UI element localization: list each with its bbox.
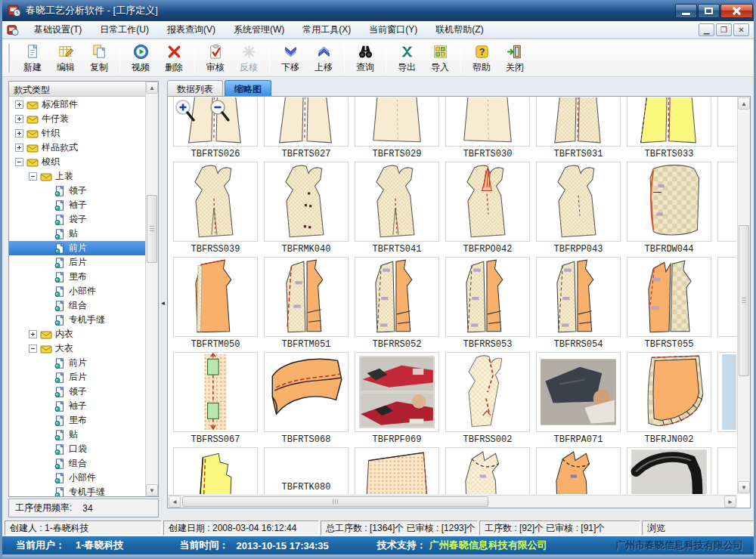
collapse-minus-icon[interactable]: [29, 344, 37, 353]
expand-plus-icon[interactable]: [29, 330, 37, 338]
video-button[interactable]: 视频: [124, 41, 157, 76]
tree-item-组合[interactable]: 组合: [9, 456, 145, 471]
tree-item-组合[interactable]: 组合: [9, 298, 145, 313]
help-button[interactable]: ?帮助: [465, 41, 498, 76]
menu-item-7[interactable]: 联机帮助(Z): [426, 21, 492, 39]
close-button[interactable]: [720, 4, 753, 18]
thumbnail-cell-TBFRTS068[interactable]: TBFRTS068: [264, 352, 349, 447]
scroll-right-icon[interactable]: ►: [724, 496, 736, 508]
mdi-minimize-button[interactable]: ▁: [699, 23, 714, 36]
thumbnail-cell[interactable]: [173, 447, 258, 494]
menu-item-6[interactable]: 当前窗口(Y): [360, 21, 426, 39]
tree-item-袖子[interactable]: 袖子: [9, 198, 145, 212]
tree-item-上装[interactable]: 上装: [9, 169, 145, 184]
expand-plus-icon[interactable]: [15, 100, 23, 109]
tree-item-贴[interactable]: 贴: [9, 428, 145, 442]
close-button[interactable]: 关闭: [498, 41, 531, 76]
tree-item-针织[interactable]: 针织: [9, 126, 145, 141]
tree-item-口袋[interactable]: 口袋: [9, 442, 145, 456]
thumbnail-cell-TBFRRS054[interactable]: TBFRRS054: [536, 257, 621, 352]
tree-item-后片[interactable]: 后片: [9, 255, 145, 270]
moveup-button[interactable]: 上移: [307, 41, 340, 76]
collapse-minus-icon[interactable]: [15, 158, 23, 166]
thumbnail-cell-TBFRTM051[interactable]: TBFRTM051: [264, 257, 349, 352]
mdi-close-button[interactable]: ✕: [733, 23, 749, 36]
tree-item-内衣[interactable]: 内衣: [9, 327, 145, 341]
minimize-button[interactable]: [675, 4, 697, 18]
mdi-restore-button[interactable]: ❐: [716, 23, 732, 36]
thumbnail-cell-TBFRTM050[interactable]: TBFRTM050: [173, 257, 258, 352]
thumbnail-cell[interactable]: [717, 352, 736, 447]
thumbnail-cell-TBFRTS029[interactable]: TBFRTS029: [355, 97, 439, 162]
tree-item-专机手缝[interactable]: 专机手缝: [9, 313, 145, 327]
new-button[interactable]: 新建: [16, 41, 49, 76]
tree-item-里布[interactable]: 里布: [9, 270, 145, 284]
thumbnail-cell-TBFRRS053[interactable]: TBFRRS053: [445, 257, 530, 352]
panel-splitter[interactable]: ◄: [159, 81, 167, 517]
thumbnail-cell[interactable]: [536, 447, 621, 494]
collapse-minus-icon[interactable]: [29, 172, 37, 181]
thumbnail-cell[interactable]: [355, 447, 439, 494]
tree-item-袖子[interactable]: 袖子: [9, 399, 145, 413]
vertical-scrollbar[interactable]: ▲ ▼: [737, 97, 750, 494]
tree-item-牛仔装[interactable]: 牛仔装: [9, 112, 145, 126]
edit-button[interactable]: 编辑: [49, 41, 82, 76]
horizontal-scrollbar[interactable]: ◄ ►: [168, 495, 737, 508]
horizontal-scroll-thumb[interactable]: [182, 496, 488, 507]
menu-item-3[interactable]: 报表查询(V): [158, 21, 225, 39]
audit-button[interactable]: 审核: [199, 41, 232, 76]
thumbnail-cell-TBFRTS030[interactable]: TBFRTS030: [445, 97, 530, 162]
thumbnail-cell-TBFRPP043[interactable]: TBFRPP043: [536, 162, 621, 257]
tree-item-专机手缝[interactable]: 专机手缝: [9, 485, 145, 496]
expand-plus-icon[interactable]: [15, 115, 23, 123]
menu-item-4[interactable]: 系统管理(W): [225, 21, 293, 39]
thumbnail-cell-TBFRTS033[interactable]: TBFRTS033: [627, 97, 711, 162]
tree-item-梭织[interactable]: 梭织: [9, 155, 145, 169]
tree-item-袋子[interactable]: 袋子: [9, 212, 145, 227]
collapse-left-icon[interactable]: ◄: [160, 293, 166, 313]
tree-scrollbar[interactable]: ▲ ▼: [145, 82, 158, 496]
search-button[interactable]: 查询: [349, 41, 382, 76]
thumbnail-cell-TBFRTS041[interactable]: TBFRTS041: [355, 162, 439, 257]
scroll-down-icon[interactable]: ▼: [146, 484, 158, 496]
delete-button[interactable]: 删除: [157, 41, 191, 76]
thumbnail-cell-TBFRDW044[interactable]: TBFRDW044: [627, 162, 711, 257]
zoom-out-icon[interactable]: [209, 99, 231, 123]
thumbnail-cell-TBFRJN002[interactable]: TBFRJN002: [627, 352, 711, 447]
tree-item-领子[interactable]: 领子: [9, 184, 145, 198]
expand-plus-icon[interactable]: [15, 144, 23, 152]
copy-button[interactable]: 复制: [82, 41, 116, 76]
scroll-left-icon[interactable]: ◄: [169, 496, 181, 508]
movedown-button[interactable]: 下移: [274, 41, 307, 76]
thumbnail-cell-TBFRRS052[interactable]: TBFRRS052: [355, 257, 439, 352]
tree-item-标准部件[interactable]: 标准部件: [9, 97, 145, 112]
thumbnail-cell-TBFRTK080[interactable]: TBFRTK080: [264, 447, 349, 494]
menu-item-5[interactable]: 常用工具(X): [293, 21, 360, 39]
thumbnail-cell-TBFRSS002[interactable]: TBFRSS002: [445, 352, 530, 447]
thumbnail-cell-TBFRPO042[interactable]: TBFRPO042: [445, 162, 530, 257]
tree-item-样品款式[interactable]: 样品款式: [9, 141, 145, 155]
tree-item-贴[interactable]: 贴: [9, 227, 145, 241]
menu-item-1[interactable]: 基础设置(T): [25, 21, 91, 39]
scroll-down-icon[interactable]: ▼: [738, 481, 750, 493]
tree-item-前片[interactable]: 前片: [9, 356, 145, 370]
thumbnail-cell[interactable]: [445, 447, 530, 494]
thumbnail-cell[interactable]: [627, 447, 711, 494]
scroll-up-icon[interactable]: ▲: [146, 82, 158, 94]
thumbnail-cell-TBFRTS027[interactable]: TBFRTS027: [264, 97, 349, 162]
thumbnail-cell-TBFRPA071[interactable]: TBFRPA071: [536, 352, 621, 447]
import-button[interactable]: 导入: [423, 41, 457, 76]
export-button[interactable]: 导出: [390, 41, 423, 76]
tree-item-里布[interactable]: 里布: [9, 413, 145, 428]
thumbnail-cell-TBFRST055[interactable]: TBFRST055: [627, 257, 711, 352]
tree-item-领子[interactable]: 领子: [9, 385, 145, 399]
thumbnail-cell-TBFRMK040[interactable]: TBFRMK040: [264, 162, 349, 257]
tree-item-小部件[interactable]: 小部件: [9, 471, 145, 485]
tree-item-小部件[interactable]: 小部件: [9, 284, 145, 298]
tree-item-大衣[interactable]: 大衣: [9, 341, 145, 356]
thumbnail-cell-TBFRSS067[interactable]: TBFRSS067: [173, 352, 258, 447]
expand-plus-icon[interactable]: [15, 129, 23, 137]
tree-item-后片[interactable]: 后片: [9, 370, 145, 385]
scroll-up-icon[interactable]: ▲: [738, 97, 750, 110]
thumbnail-cell-TBFRPF069[interactable]: TBFRPF069: [355, 352, 439, 447]
